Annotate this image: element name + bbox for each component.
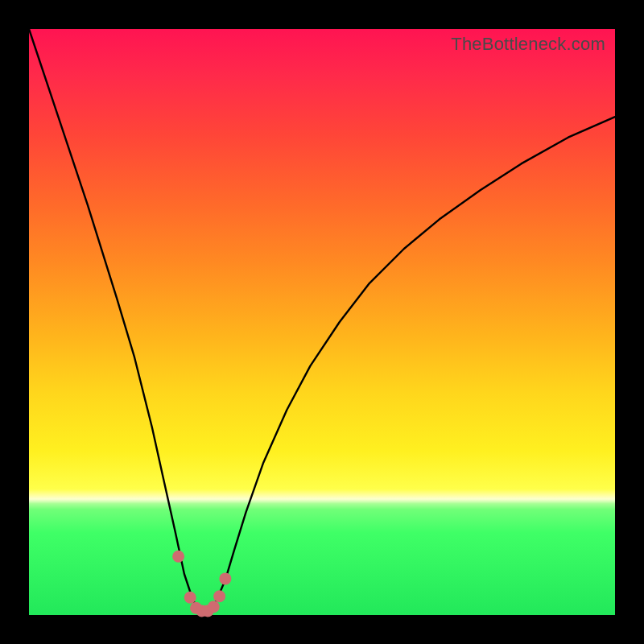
chart-frame: TheBottleneck.com [0, 0, 644, 644]
data-point [208, 601, 220, 613]
bottleneck-curve [29, 29, 615, 615]
data-point [184, 592, 196, 604]
plot-area: TheBottleneck.com [29, 29, 615, 615]
data-point [172, 551, 184, 563]
data-point [213, 590, 225, 602]
data-point [219, 572, 231, 584]
